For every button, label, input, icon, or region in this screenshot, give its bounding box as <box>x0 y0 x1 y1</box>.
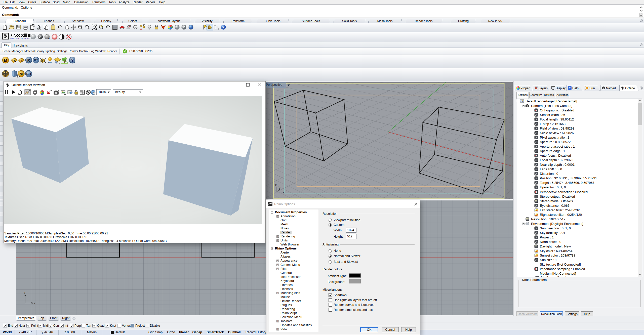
svg-text:M: M <box>20 72 23 76</box>
svg-text:BR: BR <box>26 72 31 76</box>
svg-text:?: ? <box>71 58 74 62</box>
svg-text:M: M <box>4 58 7 62</box>
svg-text:RT: RT <box>34 59 38 62</box>
svg-text:F: F <box>21 59 23 63</box>
svg-text:y: y <box>279 186 280 189</box>
svg-text:SUN: SUN <box>48 61 52 64</box>
svg-text:?: ? <box>222 25 224 29</box>
svg-text:z: z <box>275 183 277 186</box>
svg-text:R: R <box>27 58 30 62</box>
svg-text:z: z <box>24 291 25 294</box>
svg-text:O: O <box>14 59 17 63</box>
svg-text:9: 9 <box>46 34 47 35</box>
svg-text:x: x <box>34 302 35 305</box>
svg-text:AF: AF <box>25 91 29 94</box>
svg-text:x: x <box>283 191 284 194</box>
svg-text:?: ? <box>569 87 571 90</box>
svg-text:0: 0 <box>48 37 50 40</box>
